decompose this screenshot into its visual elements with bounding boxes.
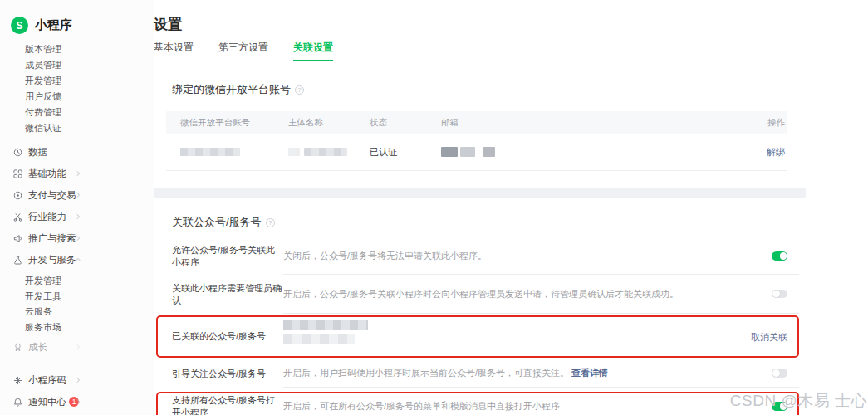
sidebar-item-mini-code[interactable]: 小程序码	[0, 369, 154, 391]
setting-row-allow-link: 允许公众号/服务号关联此小程序 关闭后，公众号/服务号将无法申请关联此小程序。	[154, 238, 806, 275]
sidebar-item-user-feedback[interactable]: 用户反馈	[25, 89, 154, 105]
tab-basic-settings[interactable]: 基本设置	[154, 41, 194, 61]
setting-label: 允许公众号/服务号关联此小程序	[154, 238, 283, 275]
sidebar-item-promotion-search[interactable]: 推广与搜索	[0, 227, 154, 249]
view-details-link[interactable]: 查看详情	[571, 367, 608, 379]
sidebar-item-version-manage[interactable]: 版本管理	[25, 42, 154, 57]
redacted-name	[304, 148, 347, 156]
sidebar-item-dev-tools[interactable]: 开发工具	[25, 289, 154, 305]
sidebar-item-industry[interactable]: 行业能力	[0, 206, 154, 227]
setting-desc: 开启后，可在所有公众号/服务号的菜单和模版消息中直接打开小程序	[283, 400, 560, 413]
setting-desc: 开启后，公众号/服务号关联小程序时会向小程序管理员发送申请，待管理员确认后才能关…	[283, 288, 679, 300]
bound-card-title: 绑定的微信开放平台账号 ?	[154, 61, 806, 97]
table-row: 已认证 解绑	[166, 134, 787, 171]
miniprogram-logo-icon: S	[11, 17, 28, 34]
chevron-right-icon	[75, 170, 81, 177]
sidebar-item-member-manage[interactable]: 成员管理	[25, 57, 154, 73]
csdn-watermark: CSDN @木易 士心	[730, 390, 867, 412]
medal-icon	[13, 343, 22, 352]
link-official-account-card: 关联公众号/服务号 ? 允许公众号/服务号关联此小程序 关闭后，公众号/服务号将…	[154, 198, 806, 415]
chevron-right-icon	[75, 192, 81, 198]
circle-dot-icon	[13, 191, 22, 200]
setting-label: 引导关注公众号/服务号	[154, 359, 283, 388]
sidebar-item-growth[interactable]: 成长	[0, 336, 154, 358]
help-icon[interactable]: ?	[266, 218, 275, 227]
chevron-right-icon	[75, 213, 81, 220]
link-card-title: 关联公众号/服务号 ?	[154, 198, 806, 230]
sidebar-item-data[interactable]: 数据	[0, 141, 154, 163]
app-title: 小程序	[35, 17, 72, 33]
sidebar-item-dev-services[interactable]: 开发与服务	[0, 249, 154, 271]
help-icon[interactable]: ?	[295, 85, 304, 95]
col-openplatform-account: 微信开放平台账号	[166, 117, 274, 129]
sidebar-item-pay-trade[interactable]: 支付与交易	[0, 184, 154, 206]
tab-third-party-settings[interactable]: 第三方设置	[218, 41, 268, 61]
redacted-account	[180, 148, 240, 156]
table-header-row: 微信开放平台账号 主体名称 状态 邮箱 操作	[166, 111, 787, 134]
bell-icon	[13, 398, 22, 407]
redacted-email	[441, 147, 458, 157]
sidebar-item-notice-center[interactable]: 通知中心 1	[0, 391, 154, 413]
col-email: 邮箱	[427, 117, 610, 129]
setting-label: 关联此小程序需要管理员确认	[154, 275, 283, 314]
setting-row-guide-follow: 引导关注公众号/服务号 开启后，用户扫码使用小程序时展示当前公众号/服务号，可直…	[154, 359, 806, 388]
setting-row-admin-confirm: 关联此小程序需要管理员确认 开启后，公众号/服务号关联小程序时会向小程序管理员发…	[154, 275, 806, 314]
sidebar-dev-submenu: 开发管理 开发工具 云服务 服务市场	[25, 273, 154, 334]
col-actions: 操作	[610, 117, 787, 129]
redacted-linked-account	[283, 334, 355, 344]
redacted-name	[288, 148, 300, 156]
sidebar: S 小程序 版本管理 成员管理 开发管理 用户反馈 付费管理 微信认证 数据 基…	[0, 0, 154, 415]
col-status: 状态	[356, 117, 427, 129]
app-logo: S 小程序	[0, 0, 154, 34]
bound-accounts-table: 微信开放平台账号 主体名称 状态 邮箱 操作 已认证 解绑	[166, 111, 787, 188]
admin-confirm-toggle[interactable]	[772, 290, 787, 299]
setting-label: 支持所有公众号/服务号打开小程序	[154, 388, 283, 415]
setting-desc: 关闭后，公众号/服务号将无法申请关联此小程序。	[283, 250, 487, 262]
chevron-up-icon	[75, 256, 81, 263]
chevron-right-icon	[75, 344, 81, 350]
setting-row-open-from-any: 支持所有公众号/服务号打开小程序 开启后，可在所有公众号/服务号的菜单和模版消息…	[154, 388, 806, 415]
megaphone-icon	[13, 234, 22, 243]
main-content: 设置 基本设置 第三方设置 关联设置 绑定的微信开放平台账号 ? 微信开放平台账…	[154, 0, 868, 415]
clock-chart-icon	[13, 148, 22, 157]
settings-tabs: 基本设置 第三方设置 关联设置	[154, 41, 806, 61]
setting-row-linked-accounts: 已关联的公众号/服务号 取消关联	[154, 314, 806, 359]
sidebar-item-wechat-verify[interactable]: 微信认证	[25, 120, 154, 136]
section-divider-band	[154, 188, 806, 198]
setting-label: 已关联的公众号/服务号	[154, 314, 283, 359]
sidebar-item-pay-manage[interactable]: 付费管理	[25, 105, 154, 120]
sidebar-item-dev-manage-sub[interactable]: 开发管理	[25, 273, 154, 289]
guide-follow-toggle[interactable]	[772, 369, 787, 378]
status-text: 已认证	[356, 146, 427, 159]
sidebar-item-service-market[interactable]: 服务市场	[25, 320, 154, 335]
bound-openplatform-card: 绑定的微信开放平台账号 ? 微信开放平台账号 主体名称 状态 邮箱 操作 已认证…	[154, 61, 806, 188]
redacted-email	[483, 147, 495, 157]
tab-link-settings[interactable]: 关联设置	[293, 41, 333, 61]
redacted-email	[460, 147, 475, 157]
flask-icon	[13, 256, 22, 265]
cancel-link-button[interactable]: 取消关联	[751, 330, 787, 343]
sidebar-item-cloud-service[interactable]: 云服务	[25, 304, 154, 320]
chevron-right-icon	[75, 398, 81, 405]
scissors-icon	[13, 212, 22, 222]
mini-code-burst-icon	[13, 376, 22, 385]
unbind-link[interactable]: 解绑	[767, 147, 785, 157]
setting-desc: 开启后，用户扫码使用小程序时展示当前公众号/服务号，可直接关注。	[283, 367, 569, 379]
chevron-right-icon	[75, 377, 81, 383]
grid-icon	[13, 169, 22, 178]
sidebar-top-menu: 版本管理 成员管理 开发管理 用户反馈 付费管理 微信认证	[25, 42, 154, 136]
sidebar-item-dev-manage[interactable]: 开发管理	[25, 73, 154, 89]
allow-link-toggle[interactable]	[772, 251, 787, 261]
col-subject-name: 主体名称	[274, 117, 356, 129]
chevron-right-icon	[75, 235, 81, 242]
page-title: 设置	[154, 15, 868, 34]
sidebar-item-basic-functions[interactable]: 基础功能	[0, 163, 154, 184]
redacted-linked-account	[283, 320, 368, 330]
